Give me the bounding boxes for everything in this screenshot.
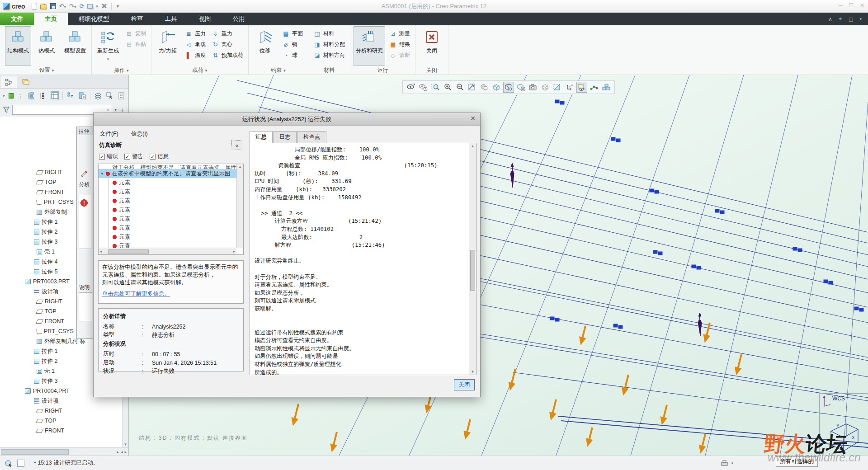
- window-switch-icon[interactable]: [87, 4, 93, 9]
- constraint-button[interactable]: ▤ 平面: [280, 28, 305, 39]
- tree-horizontal-scrollbar[interactable]: ▸◂▸: [0, 447, 128, 456]
- report-tab[interactable]: 日志: [274, 131, 297, 143]
- diagnostic-child-row[interactable]: 元素: [109, 205, 236, 214]
- model-select-icon[interactable]: [4, 459, 14, 468]
- spin-center-icon[interactable]: [589, 82, 599, 93]
- material-button[interactable]: ◨ 材料分配: [311, 39, 347, 50]
- collapse-panel-button[interactable]: «: [231, 140, 242, 150]
- window-switch-caret[interactable]: ▾: [96, 4, 98, 9]
- log-vertical-scrollbar[interactable]: ▲ ▼: [469, 143, 476, 375]
- tab-file[interactable]: 文件: [0, 13, 34, 25]
- group-label-constraints[interactable]: 约束▾: [252, 66, 305, 75]
- qa-customize-caret[interactable]: ▼: [116, 4, 120, 9]
- transparent-model-icon[interactable]: [540, 82, 551, 93]
- mode-button[interactable]: 热模式: [33, 26, 60, 66]
- pencil-icon[interactable]: [80, 170, 88, 180]
- view-visibility-icon[interactable]: [406, 82, 416, 93]
- ribbon-tab[interactable]: 主页: [34, 13, 68, 25]
- zoom-out-icon[interactable]: [454, 82, 465, 93]
- open-file-icon[interactable]: [40, 5, 47, 9]
- dialog-menu-item[interactable]: 文件(F): [100, 130, 118, 138]
- select-pointer-icon[interactable]: [106, 91, 114, 100]
- group-label-setup[interactable]: 设置▾: [5, 66, 88, 75]
- expand-tree-icon[interactable]: [27, 91, 35, 100]
- save-icon[interactable]: [50, 3, 56, 9]
- group-label-materials[interactable]: 材料: [311, 66, 347, 75]
- zoom-region-icon[interactable]: [430, 82, 441, 93]
- section-icon[interactable]: [552, 82, 563, 93]
- ribbon-tab[interactable]: 精细化模型: [68, 13, 120, 25]
- minimize-button[interactable]: ─: [839, 2, 843, 9]
- component-display-icon[interactable]: [601, 82, 612, 93]
- shading-icon[interactable]: [479, 82, 490, 93]
- ribbon-tab[interactable]: 检查: [120, 13, 154, 25]
- filter-caret-icon[interactable]: ▾: [114, 108, 117, 112]
- utility-caret-icon[interactable]: ▾: [859, 17, 862, 21]
- clear-search-icon[interactable]: ✕: [106, 107, 110, 113]
- tree-columns-icon[interactable]: [51, 91, 59, 100]
- undo-icon[interactable]: ↶▾: [59, 3, 66, 9]
- filter-checkbox[interactable]: ✓ 信息: [150, 153, 169, 160]
- selection-filter-icon[interactable]: [721, 460, 729, 467]
- refit-icon[interactable]: [467, 82, 477, 93]
- minimize-ribbon-icon[interactable]: ∧: [828, 16, 833, 23]
- snapshot-icon[interactable]: [528, 82, 538, 93]
- view-manager-icon[interactable]: [515, 82, 526, 93]
- regenerate-button[interactable]: 重新生成 ▾: [95, 26, 121, 66]
- mode-button[interactable]: 模型设置: [62, 26, 88, 66]
- diagnostic-child-row[interactable]: 元素: [109, 187, 236, 196]
- clipboard-button[interactable]: ⊟ 粘贴: [123, 39, 148, 50]
- tab-model-tree[interactable]: [0, 76, 17, 88]
- load-button[interactable]: ▌ 温度: [183, 50, 208, 61]
- search-icon[interactable]: ⌖: [839, 15, 842, 23]
- diagnostic-child-row[interactable]: 元素: [109, 214, 236, 223]
- filter-checkbox[interactable]: ✓ 警告: [124, 153, 143, 160]
- selection-buffer-box[interactable]: [17, 460, 24, 467]
- diagnostic-selected-row[interactable]: ▼ 在该分析中模型的约束不足。请查看突出显示图: [99, 169, 236, 178]
- group-label-operations[interactable]: 操作▾: [95, 66, 148, 75]
- tab-folder-browser[interactable]: [17, 76, 34, 88]
- collapse-arrow-icon[interactable]: ▼: [100, 172, 104, 176]
- report-tab[interactable]: 检查点: [297, 131, 326, 143]
- zoom-in-icon[interactable]: [442, 82, 453, 93]
- summary-log-text[interactable]: 局部位移/能量指数: 100.0% 全局 RMS 应力指数: 100.0% 资源…: [250, 143, 469, 375]
- group-label-loads[interactable]: 载荷▾: [155, 66, 245, 75]
- ribbon-tab[interactable]: 视图: [188, 13, 222, 25]
- layers-icon[interactable]: [94, 91, 102, 100]
- run-tool-button[interactable]: ⊿ 测量: [387, 28, 412, 39]
- diagnostic-child-row[interactable]: 元素: [109, 178, 236, 187]
- tree-row[interactable]: RIGHT: [0, 406, 122, 416]
- report-tab[interactable]: 汇总: [250, 131, 273, 143]
- collapse-tree-icon[interactable]: [39, 91, 47, 100]
- group-label-close[interactable]: 关闭: [419, 66, 445, 75]
- display-style-icon[interactable]: [491, 82, 502, 93]
- clipboard-button[interactable]: ⊞ 复制: [123, 28, 148, 39]
- load-button[interactable]: ≣ 压力: [183, 28, 208, 39]
- tree-row[interactable]: FRONT: [0, 426, 122, 436]
- filter-checkbox[interactable]: ✓ 错误: [99, 153, 118, 160]
- regenerate-icon[interactable]: ⟳: [79, 3, 84, 9]
- view-history-icon[interactable]: [418, 82, 429, 93]
- dialog-close-icon[interactable]: ✕: [470, 115, 476, 122]
- tree-caret-icon[interactable]: ▾: [3, 94, 5, 98]
- tree-list-icon[interactable]: [78, 91, 86, 100]
- redo-icon[interactable]: ↷▾: [69, 3, 76, 9]
- tree-row[interactable]: TOP: [0, 416, 122, 426]
- diagnostic-child-row[interactable]: 元素: [109, 241, 236, 248]
- load-button[interactable]: ◁ 承载: [183, 39, 208, 50]
- background-panel-tab[interactable]: 拉伸: [77, 127, 94, 135]
- constraint-button[interactable]: ◔ 球: [280, 50, 305, 61]
- group-label-run[interactable]: 运行: [354, 66, 412, 75]
- ribbon-tab[interactable]: 工具: [154, 13, 188, 25]
- diagnostic-child-row[interactable]: 元素: [109, 232, 236, 241]
- diagnostic-child-row[interactable]: 元素: [109, 223, 236, 232]
- more-dots-icon[interactable]: ⋮: [17, 93, 23, 99]
- ribbon-tab[interactable]: 公用: [222, 13, 256, 25]
- close-mode-button[interactable]: 关闭: [419, 26, 445, 66]
- maximize-button[interactable]: ☐: [849, 2, 854, 9]
- annotation-display-icon[interactable]: [576, 82, 587, 93]
- run-tool-button[interactable]: ◇ 诊断: [387, 50, 412, 61]
- saved-orientations-icon[interactable]: [503, 82, 514, 93]
- orientation-cube[interactable]: X Y: [823, 418, 862, 456]
- load-button[interactable]: ⇓ 重力: [210, 28, 245, 39]
